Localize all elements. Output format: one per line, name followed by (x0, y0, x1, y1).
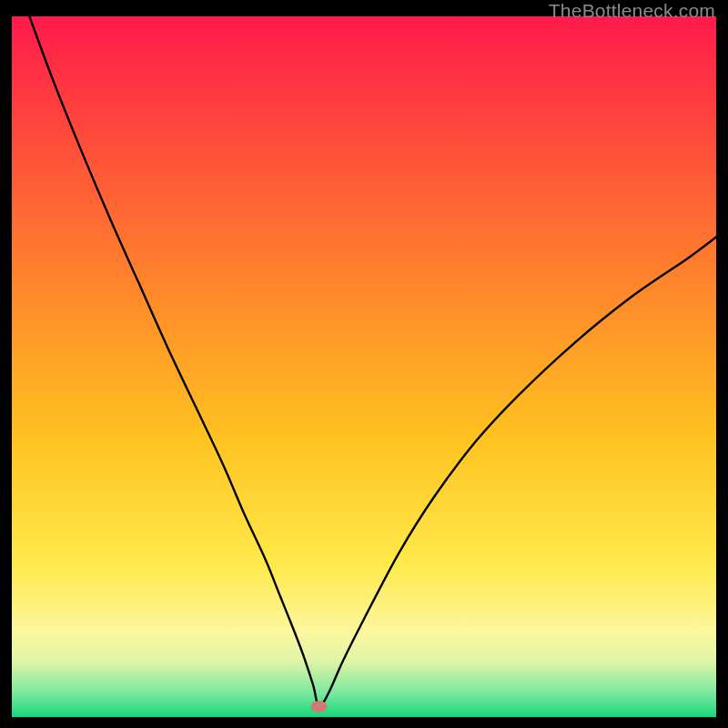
optimum-marker (310, 701, 327, 713)
plot-frame (12, 16, 716, 717)
bottleneck-chart (12, 16, 716, 717)
gradient-background (12, 16, 716, 717)
watermark-text: TheBottleneck.com (549, 0, 715, 22)
